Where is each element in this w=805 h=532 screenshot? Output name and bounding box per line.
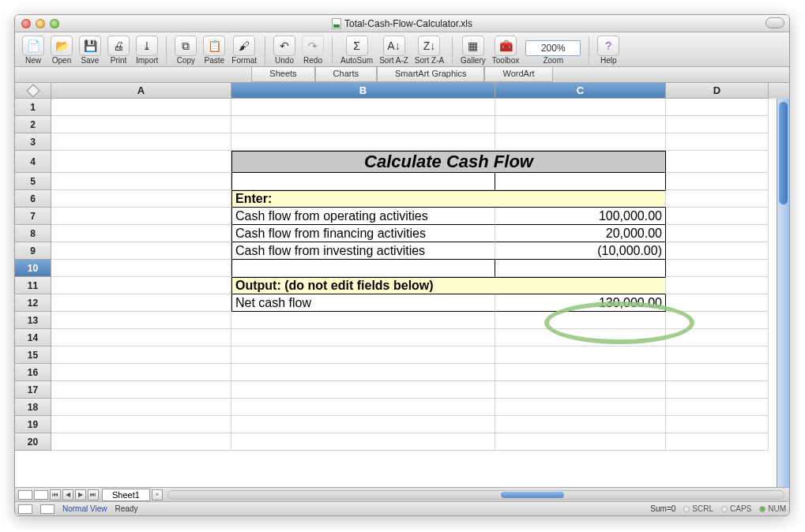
cell[interactable] [666,99,769,116]
redo-button[interactable]: ↷Redo [299,36,326,65]
sort-az-button[interactable]: A↓Sort A-Z [377,36,411,65]
copy-button[interactable]: ⧉Copy [172,36,199,65]
zoom-control[interactable]: 200%Zoom [523,40,583,65]
sheet-tab[interactable]: Sheet1 [102,489,150,501]
cell[interactable] [51,173,231,190]
cell[interactable] [51,347,231,364]
cell[interactable] [495,399,666,416]
cell[interactable] [495,364,666,381]
cell[interactable] [666,173,769,190]
cell[interactable] [51,99,231,116]
col-header-b[interactable]: B [231,83,495,99]
cell[interactable] [666,399,769,416]
scrollbar-thumb[interactable] [779,102,788,204]
investing-label[interactable]: Cash flow from investing activities [231,242,495,260]
cell[interactable] [231,381,495,399]
cell[interactable] [666,260,769,277]
cell[interactable] [51,151,231,173]
cell[interactable] [231,364,495,381]
cell[interactable] [666,208,769,225]
row-header[interactable]: 11 [15,277,51,294]
row-header[interactable]: 18 [15,399,51,416]
cell[interactable] [51,433,231,451]
financing-value[interactable]: 20,000.00 [495,225,666,242]
tab-sheets[interactable]: Sheets [251,67,314,82]
last-sheet-button[interactable]: ⏭ [88,489,99,500]
operating-label[interactable]: Cash flow from operating activities [231,208,495,225]
net-flow-value[interactable]: 130,000.00 [495,294,666,312]
autosum-button[interactable]: ΣAutoSum [338,36,375,65]
cell[interactable] [666,190,769,208]
cell[interactable] [495,312,666,329]
row-header[interactable]: 9 [15,242,51,260]
enter-label[interactable]: Enter: [231,190,666,208]
cell[interactable] [666,364,769,381]
cell[interactable] [231,416,495,433]
row-header[interactable]: 12 [15,294,51,312]
output-label[interactable]: Output: (do not edit fields below) [231,277,666,294]
cell[interactable] [51,208,231,225]
cell[interactable] [51,329,231,347]
row-header[interactable]: 10 [15,260,51,277]
cell[interactable] [51,260,231,277]
paste-button[interactable]: 📋Paste [201,36,228,65]
cell[interactable] [231,116,495,133]
row-header[interactable]: 4 [15,151,51,173]
cell[interactable] [495,133,666,151]
investing-value[interactable]: (10,000.00) [495,242,666,260]
cell[interactable] [231,260,495,277]
cell[interactable] [51,225,231,242]
cell[interactable] [495,416,666,433]
cell[interactable] [51,133,231,151]
cell[interactable] [495,260,666,277]
cell[interactable] [495,347,666,364]
row-header[interactable]: 7 [15,208,51,225]
cell[interactable] [495,99,666,116]
row-header[interactable]: 8 [15,225,51,242]
cell[interactable] [231,433,495,451]
row-header[interactable]: 19 [15,416,51,433]
operating-value[interactable]: 100,000.00 [495,208,666,225]
row-header[interactable]: 15 [15,347,51,364]
row-header[interactable]: 20 [15,433,51,451]
tab-smartart[interactable]: SmartArt Graphics [377,67,484,82]
cell[interactable] [666,133,769,151]
print-button[interactable]: 🖨Print [105,36,132,65]
cell[interactable] [51,116,231,133]
format-button[interactable]: 🖌Format [229,36,259,65]
view-icon[interactable] [34,490,48,500]
sheet-title[interactable]: Calculate Cash Flow [231,151,666,173]
cell[interactable] [231,399,495,416]
first-sheet-button[interactable]: ⏮ [50,489,61,500]
horizontal-scrollbar[interactable] [167,490,784,500]
save-button[interactable]: 💾Save [77,36,103,65]
help-button[interactable]: ?Help [595,36,622,65]
import-button[interactable]: ⤓Import [134,36,160,65]
view-btn[interactable] [18,504,32,514]
net-flow-label[interactable]: Net cash flow [231,294,495,312]
row-header[interactable]: 2 [15,116,51,133]
row-header[interactable]: 6 [15,190,51,208]
cell[interactable] [51,190,231,208]
cell[interactable] [666,116,769,133]
cell[interactable] [666,329,769,347]
cell[interactable] [666,294,769,312]
col-header-d[interactable]: D [666,83,769,99]
row-header[interactable]: 13 [15,312,51,329]
tab-charts[interactable]: Charts [315,67,377,82]
cell[interactable] [51,294,231,312]
row-header[interactable]: 3 [15,133,51,151]
row-header[interactable]: 14 [15,329,51,347]
sort-za-button[interactable]: Z↓Sort Z-A [412,36,446,65]
cell[interactable] [231,347,495,364]
gallery-button[interactable]: ▦Gallery [458,36,488,65]
cell[interactable] [666,151,769,173]
cell[interactable] [666,225,769,242]
cell[interactable] [231,312,495,329]
cell[interactable] [51,416,231,433]
cell[interactable] [51,399,231,416]
cell[interactable] [666,242,769,260]
col-header-a[interactable]: A [51,83,231,99]
cell[interactable] [231,99,495,116]
open-button[interactable]: 📂Open [48,36,75,65]
